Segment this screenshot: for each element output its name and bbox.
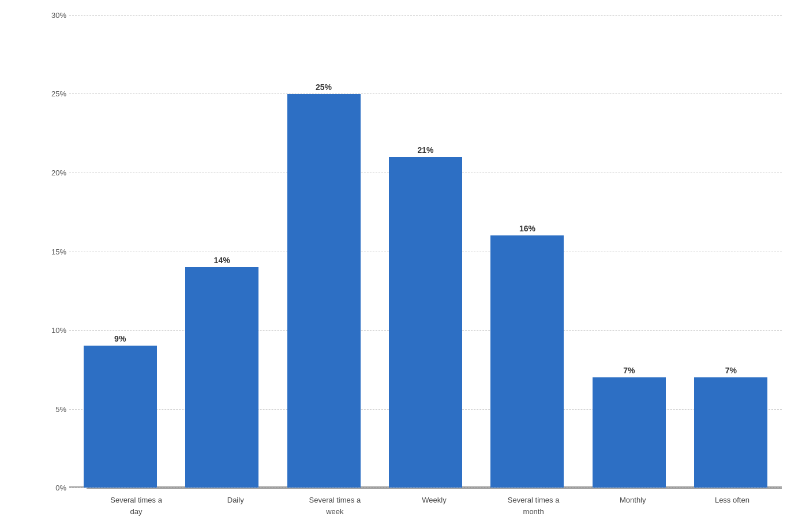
bar (389, 157, 462, 488)
y-tick-label: 30% (38, 11, 66, 20)
bar-value-label: 9% (114, 334, 126, 343)
y-tick-label: 20% (38, 168, 66, 177)
y-tick-label: 0% (38, 484, 66, 492)
bar-value-label: 7% (725, 366, 737, 375)
y-axis-label (20, 15, 38, 517)
bar-value-label: 7% (623, 366, 635, 375)
x-axis-label: Several times a week (285, 489, 384, 517)
chart-wrapper: 30%25%20%15%10%5%0%9%14%25%21%16%7%7% (38, 15, 782, 488)
bar (694, 377, 767, 488)
x-axis-label: Several times a month (484, 489, 583, 517)
chart-container: 30%25%20%15%10%5%0%9%14%25%21%16%7%7% Se… (20, 15, 782, 517)
bar-group: 21% (374, 15, 476, 488)
y-tick-label: 10% (38, 325, 66, 334)
x-axis-label: Weekly (384, 489, 484, 517)
x-axis-label: Daily (186, 489, 285, 517)
x-axis-label: Less often (683, 489, 782, 517)
chart-area: 30%25%20%15%10%5%0%9%14%25%21%16%7%7% Se… (20, 15, 782, 517)
bar-value-label: 25% (316, 83, 332, 92)
bar-group: 9% (69, 15, 171, 488)
bar-group: 16% (477, 15, 578, 488)
bar-value-label: 16% (519, 224, 535, 233)
bar-group: 14% (171, 15, 272, 488)
bar-group: 7% (578, 15, 680, 488)
bars-area: 9%14%25%21%16%7%7% (69, 15, 782, 488)
bar-group: 7% (680, 15, 782, 488)
bar (490, 235, 564, 488)
x-axis-label: Several times a day (87, 489, 186, 517)
x-axis-area: Several times a dayDailySeveral times a … (87, 488, 782, 517)
bar (84, 346, 157, 488)
y-tick-label: 5% (38, 404, 66, 413)
bar (185, 267, 258, 488)
chart-inner: 30%25%20%15%10%5%0%9%14%25%21%16%7%7% Se… (38, 15, 782, 517)
bar-value-label: 14% (214, 256, 230, 265)
y-tick-label: 15% (38, 247, 66, 256)
bar-group: 25% (273, 15, 374, 488)
x-axis-label: Monthly (583, 489, 683, 517)
bar (593, 377, 666, 488)
y-tick-label: 25% (38, 89, 66, 98)
bar-value-label: 21% (417, 145, 433, 155)
bar (287, 94, 361, 488)
